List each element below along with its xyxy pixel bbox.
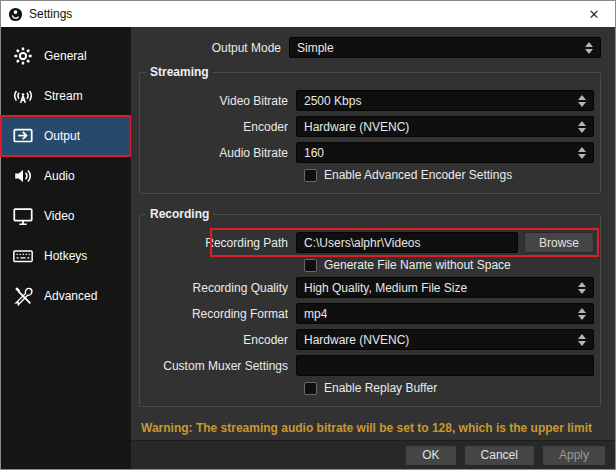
sidebar-item-label: Video [44,209,74,223]
tools-icon [11,284,35,308]
chevron-up-down-icon [578,308,586,320]
recording-path-label: Recording Path [146,236,296,250]
recording-encoder-select[interactable]: Hardware (NVENC) [296,329,594,350]
browse-button[interactable]: Browse [524,232,594,253]
streaming-group: Streaming Video Bitrate 2500 Kbps Encode… [139,72,601,194]
audio-bitrate-row: Audio Bitrate 160 [146,142,594,163]
replay-buffer-checkbox-label: Enable Replay Buffer [324,381,437,395]
recording-group-title: Recording [146,207,213,221]
sidebar-item-video[interactable]: Video [1,196,131,236]
sidebar-item-label: Stream [44,89,83,103]
speaker-icon [11,164,35,188]
dialog-footer: OK Cancel Apply [131,440,615,469]
audio-bitrate-value: 160 [304,146,324,160]
recording-path-input[interactable] [296,232,518,253]
sidebar-item-audio[interactable]: Audio [1,156,131,196]
audio-bitrate-label: Audio Bitrate [146,146,296,160]
recording-quality-label: Recording Quality [146,281,296,295]
sidebar-item-label: Hotkeys [44,249,87,263]
output-settings-panel: Output Mode Simple Streaming Video Bitra… [131,27,615,440]
close-icon[interactable]: ✕ [573,1,615,27]
video-bitrate-value: 2500 Kbps [304,94,361,108]
gear-icon [11,44,35,68]
spinner-arrows-icon[interactable] [578,95,586,107]
output-mode-row: Output Mode Simple [139,37,601,58]
recording-format-value: mp4 [304,307,327,321]
stream-encoder-select[interactable]: Hardware (NVENC) [296,116,594,137]
recording-format-row: Recording Format mp4 [146,303,594,324]
recording-group: Recording Recording Path Browse Generate… [139,214,601,407]
sidebar-item-label: Output [44,129,80,143]
checkbox-icon [304,259,317,272]
sidebar-item-label: Audio [44,169,75,183]
recording-format-select[interactable]: mp4 [296,303,594,324]
custom-muxer-input[interactable] [296,355,594,376]
window-title: Settings [29,7,72,21]
output-mode-value: Simple [297,41,334,55]
obs-logo-icon [8,7,23,22]
replay-buffer-checkbox[interactable]: Enable Replay Buffer [304,381,594,395]
output-mode-label: Output Mode [139,41,289,55]
stream-encoder-value: Hardware (NVENC) [304,120,409,134]
checkbox-icon [304,382,317,395]
recording-quality-value: High Quality, Medium File Size [304,281,467,295]
recording-encoder-value: Hardware (NVENC) [304,333,409,347]
settings-sidebar: General Stream Output Audio [1,27,131,469]
chevron-up-down-icon [585,42,593,54]
chevron-up-down-icon [578,334,586,346]
sidebar-item-advanced[interactable]: Advanced [1,276,131,316]
recording-encoder-label: Encoder [146,333,296,347]
sidebar-item-label: General [44,49,87,63]
streaming-group-title: Streaming [146,65,213,79]
recording-format-label: Recording Format [146,307,296,321]
titlebar: Settings ✕ [1,1,615,27]
cancel-button[interactable]: Cancel [464,445,535,466]
generate-filename-checkbox[interactable]: Generate File Name without Space [304,258,594,272]
ok-button[interactable]: OK [405,445,456,466]
custom-muxer-row: Custom Muxer Settings [146,355,594,376]
settings-window: Settings ✕ General Stream [0,0,616,470]
apply-button[interactable]: Apply [542,445,606,466]
recording-path-row: Recording Path Browse [146,232,594,253]
stream-encoder-label: Encoder [146,120,296,134]
keyboard-icon [11,244,35,268]
monitor-icon [11,204,35,228]
output-mode-select[interactable]: Simple [289,37,601,58]
video-bitrate-label: Video Bitrate [146,94,296,108]
video-bitrate-spinbox[interactable]: 2500 Kbps [296,90,594,111]
video-bitrate-row: Video Bitrate 2500 Kbps [146,90,594,111]
chevron-up-down-icon [578,282,586,294]
recording-quality-row: Recording Quality High Quality, Medium F… [146,277,594,298]
sidebar-item-output[interactable]: Output [1,116,131,156]
generate-filename-checkbox-label: Generate File Name without Space [324,258,511,272]
output-display-arrow-icon [11,124,35,148]
stream-encoder-row: Encoder Hardware (NVENC) [146,116,594,137]
sidebar-item-label: Advanced [44,289,97,303]
audio-bitrate-select[interactable]: 160 [296,142,594,163]
chevron-up-down-icon [578,121,586,133]
sidebar-item-stream[interactable]: Stream [1,76,131,116]
advanced-encoder-checkbox-label: Enable Advanced Encoder Settings [324,168,512,182]
antenna-icon [11,84,35,108]
streaming-bitrate-warning: Warning: The streaming audio bitrate wil… [141,420,593,440]
custom-muxer-label: Custom Muxer Settings [146,359,296,373]
recording-encoder-row: Encoder Hardware (NVENC) [146,329,594,350]
chevron-up-down-icon [578,147,586,159]
checkbox-icon [304,169,317,182]
sidebar-item-hotkeys[interactable]: Hotkeys [1,236,131,276]
recording-quality-select[interactable]: High Quality, Medium File Size [296,277,594,298]
advanced-encoder-checkbox[interactable]: Enable Advanced Encoder Settings [304,168,594,182]
sidebar-item-general[interactable]: General [1,36,131,76]
